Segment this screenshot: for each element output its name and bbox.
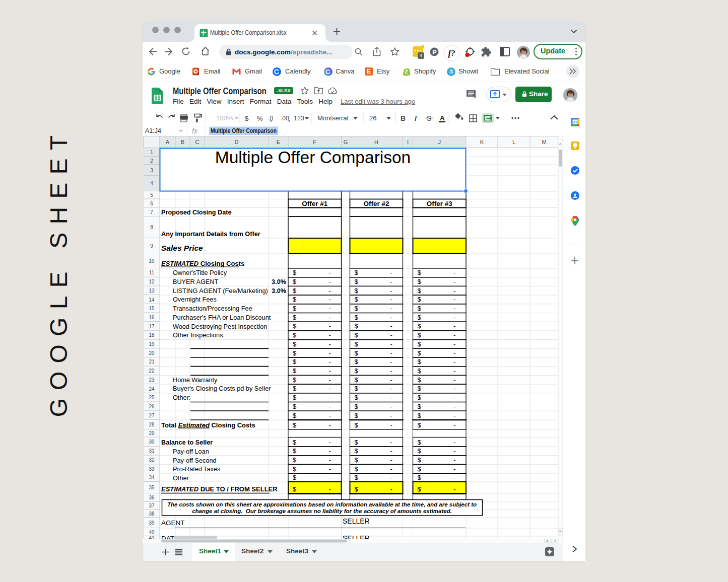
svg-text:-: -	[329, 421, 331, 429]
svg-text:-: -	[390, 278, 392, 285]
svg-text:Any Important Details from Off: Any Important Details from Offer	[161, 231, 260, 238]
svg-text:$: $	[355, 314, 359, 321]
svg-text:$: $	[355, 447, 359, 455]
svg-text:-: -	[390, 296, 392, 303]
svg-text:$: $	[418, 278, 422, 285]
svg-text:$: $	[293, 376, 297, 384]
svg-text:$: $	[418, 367, 422, 375]
svg-text:$: $	[293, 412, 297, 419]
svg-text:$: $	[418, 385, 422, 392]
svg-text:AGENT: AGENT	[161, 519, 185, 527]
svg-text:-: -	[329, 439, 331, 446]
svg-text:$: $	[293, 314, 297, 321]
svg-text:-: -	[453, 278, 455, 285]
svg-text:Pay-off Loan: Pay-off Loan	[173, 448, 209, 455]
svg-text:ESTIMATED Closing Costs: ESTIMATED Closing Costs	[161, 260, 244, 267]
svg-text:-: -	[329, 314, 331, 321]
svg-text:%: %	[257, 115, 263, 122]
svg-text:-: -	[453, 412, 455, 419]
svg-text:1: 1	[150, 150, 153, 155]
svg-text:18: 18	[149, 332, 155, 338]
svg-text:28: 28	[149, 422, 155, 427]
svg-text:Total Estimated Closing Costs: Total Estimated Closing Costs	[161, 421, 255, 429]
svg-text:-: -	[390, 421, 392, 429]
svg-text:$: $	[418, 465, 422, 473]
svg-text:C: C	[195, 139, 200, 145]
svg-text:$: $	[418, 296, 422, 303]
svg-text:$: $	[418, 485, 422, 493]
svg-text:Other:: Other:	[173, 394, 190, 401]
svg-text:$: $	[418, 269, 422, 276]
svg-text:20: 20	[149, 350, 155, 356]
svg-text:-: -	[453, 447, 455, 455]
svg-text:$: $	[293, 331, 297, 339]
svg-text:SELLER: SELLER	[343, 517, 370, 525]
svg-text:26: 26	[149, 404, 155, 409]
svg-text:$: $	[418, 349, 422, 357]
svg-text:-: -	[329, 447, 331, 455]
svg-text:I: I	[407, 139, 409, 145]
svg-text:14: 14	[149, 297, 155, 303]
svg-text:The costs shown on this sheet: The costs shown on this sheet are approx…	[167, 501, 477, 507]
svg-text:32: 32	[149, 457, 155, 463]
svg-text:ESTIMATED DUE TO / FROM SELLER: ESTIMATED DUE TO / FROM SELLER	[161, 485, 278, 493]
svg-text:Offer #1: Offer #1	[302, 200, 328, 207]
svg-text:$: $	[418, 287, 422, 295]
svg-text:16: 16	[149, 315, 155, 320]
svg-text:Buyer's Closing Costs pd by Se: Buyer's Closing Costs pd by Seller	[173, 385, 271, 392]
svg-text:Balance to Seller: Balance to Seller	[161, 439, 213, 446]
svg-text:LISTING AGENT (Fee/Marketing): LISTING AGENT (Fee/Marketing)	[173, 287, 268, 295]
svg-text:$: $	[418, 439, 422, 446]
svg-text:-: -	[453, 376, 455, 384]
svg-text:-: -	[453, 394, 455, 401]
svg-text:-: -	[453, 421, 455, 429]
svg-text:31: 31	[573, 120, 577, 124]
svg-text:$: $	[293, 421, 297, 429]
svg-text:$: $	[355, 421, 359, 429]
svg-text:-: -	[453, 385, 455, 392]
svg-text:$: $	[293, 296, 297, 303]
svg-text:$: $	[418, 447, 422, 455]
svg-text:$: $	[355, 465, 359, 473]
svg-text:$: $	[418, 376, 422, 384]
svg-text:M: M	[542, 139, 546, 145]
svg-text:33: 33	[149, 466, 155, 472]
svg-text:-: -	[390, 322, 392, 330]
svg-text:10: 10	[149, 258, 155, 264]
svg-text:-: -	[390, 385, 392, 392]
svg-text:-: -	[329, 269, 331, 276]
svg-text:-: -	[329, 456, 331, 464]
svg-text:$: $	[355, 412, 359, 419]
svg-text:$: $	[355, 296, 359, 303]
svg-text:$: $	[355, 322, 359, 330]
svg-text:-: -	[453, 439, 455, 446]
svg-text:$: $	[293, 278, 297, 285]
svg-text:17: 17	[149, 324, 155, 329]
svg-text:$: $	[418, 412, 422, 419]
svg-text:J: J	[438, 139, 441, 145]
svg-text:-: -	[390, 403, 392, 410]
svg-text:Multiple Offer Comparison: Multiple Offer Comparison	[215, 148, 411, 167]
svg-text:-: -	[329, 349, 331, 357]
svg-text:-: -	[329, 305, 331, 312]
svg-text:E: E	[277, 139, 280, 145]
svg-text:$: $	[293, 485, 297, 493]
svg-text:3.0%: 3.0%	[272, 278, 286, 285]
svg-text:Offer #3: Offer #3	[427, 200, 453, 207]
svg-text:$: $	[293, 322, 297, 330]
svg-text:-: -	[390, 456, 392, 464]
svg-text:B: B	[401, 114, 406, 122]
svg-text:$: $	[418, 403, 422, 410]
svg-text:-: -	[453, 340, 455, 348]
svg-text:$: $	[293, 269, 297, 276]
svg-text:-: -	[453, 403, 455, 410]
svg-text:H: H	[374, 139, 378, 145]
svg-text:-: -	[390, 340, 392, 348]
svg-text:39: 39	[149, 520, 155, 526]
svg-text:-: -	[453, 456, 455, 464]
svg-text:-: -	[453, 485, 455, 493]
svg-text:$: $	[418, 456, 422, 464]
svg-text:5: 5	[150, 192, 153, 198]
svg-text:-: -	[453, 296, 455, 303]
svg-text:Multiple Offer Comparison: Multiple Offer Comparison	[211, 127, 277, 134]
